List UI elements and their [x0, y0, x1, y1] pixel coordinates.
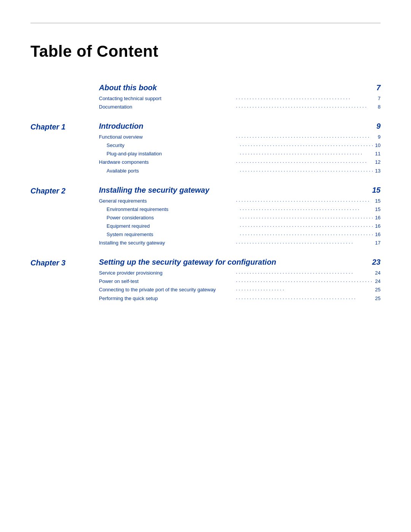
- about-section: About this book 7 Contacting technical s…: [30, 83, 381, 111]
- toc-entry: Power on self-test · · · · · · · · · · ·…: [99, 277, 381, 286]
- entry-page: 10: [373, 141, 381, 150]
- toc-entry: Hardware components · · · · · · · · · · …: [99, 158, 381, 166]
- page-title: Table of Content: [30, 42, 381, 61]
- chapter-section-3: Chapter 3Setting up the security gateway…: [30, 258, 381, 302]
- entry-text: Environmental requirements: [107, 205, 239, 214]
- entry-page: 16: [373, 222, 381, 230]
- toc-entry: Service provider provisioning · · · · · …: [99, 269, 381, 277]
- entry-page: 15: [373, 205, 381, 214]
- chapter-page-3: 23: [369, 258, 381, 267]
- entry-text: Contacting technical support: [99, 94, 235, 103]
- entry-page: 24: [373, 277, 381, 286]
- entry-page: 15: [373, 197, 381, 205]
- chapter-content-2: Installing the security gateway15General…: [99, 186, 381, 248]
- toc-entry: Functional overview · · · · · · · · · · …: [99, 133, 381, 141]
- entry-text: Security: [107, 141, 239, 150]
- chapter-label-2: Chapter 2: [30, 186, 99, 195]
- entry-dots: · · · · · · · · · · · · · · · · · · · · …: [235, 239, 373, 247]
- chapters-container: Chapter 1Introduction9Functional overvie…: [30, 122, 381, 302]
- entry-page: 25: [373, 294, 381, 303]
- about-heading-row: About this book 7: [99, 83, 381, 92]
- toc-container: About this book 7 Contacting technical s…: [30, 83, 381, 303]
- chapter-section-1: Chapter 1Introduction9Functional overvie…: [30, 122, 381, 175]
- entry-dots: · · · · · · · · · · · · · · · · · · · · …: [235, 94, 373, 103]
- toc-entry: Plug-and-play installation · · · · · · ·…: [99, 150, 381, 158]
- entry-page: 13: [373, 167, 381, 175]
- entry-page: 12: [373, 158, 381, 166]
- entry-page: 16: [373, 230, 381, 239]
- entry-dots: · · · · · · · · · · · · · · · · · · · · …: [239, 230, 373, 239]
- entry-page: 24: [373, 269, 381, 277]
- entry-dots: · · · · · · · · · · · · · · · · · · · · …: [239, 141, 373, 150]
- about-content: About this book 7 Contacting technical s…: [99, 83, 381, 111]
- chapter-title-1: Introduction: [99, 122, 143, 131]
- entry-dots: · · · · · · · · · · · · · · · · · · · · …: [235, 269, 373, 277]
- about-entries: Contacting technical support · · · · · ·…: [99, 94, 381, 111]
- entry-dots: · · · · · · · · · · · · · · · · · · · · …: [235, 103, 373, 111]
- chapter-title-3: Setting up the security gateway for conf…: [99, 258, 276, 267]
- about-page: 7: [369, 83, 381, 92]
- entry-dots: · · · · · · · · · · · · · · · · · · · · …: [235, 158, 373, 166]
- chapter-heading-row-1: Introduction9: [99, 122, 381, 131]
- entry-dots: · · · · · · · · · · · · · · · · · · · · …: [235, 277, 373, 286]
- entry-dots: · · · · · · · · · · · · · · · · · · · · …: [235, 197, 373, 205]
- entry-page: 11: [373, 150, 381, 158]
- entry-page: 7: [373, 94, 381, 103]
- entry-dots: · · · · · · · · · · · · · · · · · · · · …: [235, 294, 373, 303]
- chapter-heading-row-3: Setting up the security gateway for conf…: [99, 258, 381, 267]
- toc-entry: Installing the security gateway · · · · …: [99, 239, 381, 247]
- chapter-label-1: Chapter 1: [30, 122, 99, 131]
- entry-text: Power considerations: [107, 214, 239, 222]
- toc-entry: Contacting technical support · · · · · ·…: [99, 94, 381, 103]
- entry-page: 16: [373, 214, 381, 222]
- toc-entry: Performing the quick setup · · · · · · ·…: [99, 294, 381, 303]
- toc-entry: Equipment required · · · · · · · · · · ·…: [99, 222, 381, 230]
- toc-entry: Security · · · · · · · · · · · · · · · ·…: [99, 141, 381, 150]
- entry-page: 17: [373, 239, 381, 247]
- chapter-page-1: 9: [369, 122, 381, 131]
- entry-text: System requirements: [107, 230, 239, 239]
- chapter-section-2: Chapter 2Installing the security gateway…: [30, 186, 381, 248]
- entry-text: Equipment required: [107, 222, 239, 230]
- chapter-page-2: 15: [369, 186, 381, 195]
- entry-dots: · · · · · · · · · · · · · · · · · · · · …: [239, 205, 373, 214]
- entry-text: Service provider provisioning: [99, 269, 235, 277]
- toc-entry: Power considerations · · · · · · · · · ·…: [99, 214, 381, 222]
- entry-dots: · · · · · · · · · · · · · · · · · · · · …: [235, 133, 373, 141]
- entry-text: Installing the security gateway: [99, 239, 235, 247]
- toc-entry: Environmental requirements · · · · · · ·…: [99, 205, 381, 214]
- entry-dots: · · · · · · · · · · · · · · · · · · · · …: [239, 150, 373, 158]
- entry-page: 9: [373, 133, 381, 141]
- top-rule: [30, 23, 381, 23]
- entry-dots: · · · · · · · · · · · · · · · · · · · · …: [239, 214, 373, 222]
- entry-text: Hardware components: [99, 158, 235, 166]
- entry-text: Documentation: [99, 103, 235, 111]
- entry-page: 8: [373, 103, 381, 111]
- entry-page: 25: [373, 286, 381, 294]
- entry-text: Performing the quick setup: [99, 294, 235, 303]
- toc-entry: General requirements · · · · · · · · · ·…: [99, 197, 381, 205]
- entry-text: Power on self-test: [99, 277, 235, 286]
- chapter-content-3: Setting up the security gateway for conf…: [99, 258, 381, 302]
- toc-entry: Available ports · · · · · · · · · · · · …: [99, 167, 381, 175]
- chapter-content-1: Introduction9Functional overview · · · ·…: [99, 122, 381, 175]
- entry-dots: · · · · · · · · · · · · · · · · · · · · …: [239, 167, 373, 175]
- entry-dots: · · · · · · · · · · · · · · · · · · · · …: [239, 222, 373, 230]
- entry-text: Connecting to the private port of the se…: [99, 286, 235, 294]
- entry-text: Plug-and-play installation: [107, 150, 239, 158]
- chapter-label-3: Chapter 3: [30, 258, 99, 267]
- entry-text: Functional overview: [99, 133, 235, 141]
- toc-entry: Documentation · · · · · · · · · · · · · …: [99, 103, 381, 111]
- entry-text: General requirements: [99, 197, 235, 205]
- about-title: About this book: [99, 83, 157, 92]
- entry-dots: · · · · · · · · · · · · · · · · · ·: [235, 286, 373, 294]
- chapter-heading-row-2: Installing the security gateway15: [99, 186, 381, 195]
- entry-text: Available ports: [107, 167, 239, 175]
- page-wrapper: Table of Content About this book 7 Conta…: [0, 23, 411, 532]
- chapter-title-2: Installing the security gateway: [99, 186, 209, 195]
- toc-entry: System requirements · · · · · · · · · · …: [99, 230, 381, 239]
- toc-entry: Connecting to the private port of the se…: [99, 286, 381, 294]
